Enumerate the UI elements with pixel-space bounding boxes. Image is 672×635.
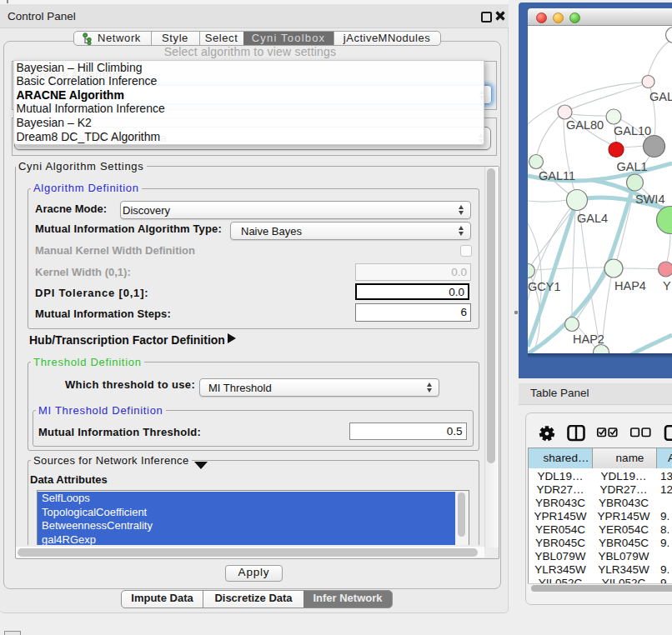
svg-text:GAL: GAL bbox=[649, 90, 672, 103]
svg-text:GAL4: GAL4 bbox=[577, 212, 608, 225]
svg-text:GAL80: GAL80 bbox=[566, 118, 604, 132]
svg-text:GAL1: GAL1 bbox=[617, 160, 648, 173]
svg-text:HAP4: HAP4 bbox=[614, 279, 646, 292]
svg-text:GCY1: GCY1 bbox=[528, 280, 561, 293]
svg-text:SWI4: SWI4 bbox=[635, 192, 664, 206]
svg-text:GAL11: GAL11 bbox=[539, 169, 575, 182]
svg-text:Y: Y bbox=[663, 279, 671, 292]
svg-text:HAP2: HAP2 bbox=[573, 332, 604, 346]
svg-text:GAL10: GAL10 bbox=[614, 124, 651, 138]
